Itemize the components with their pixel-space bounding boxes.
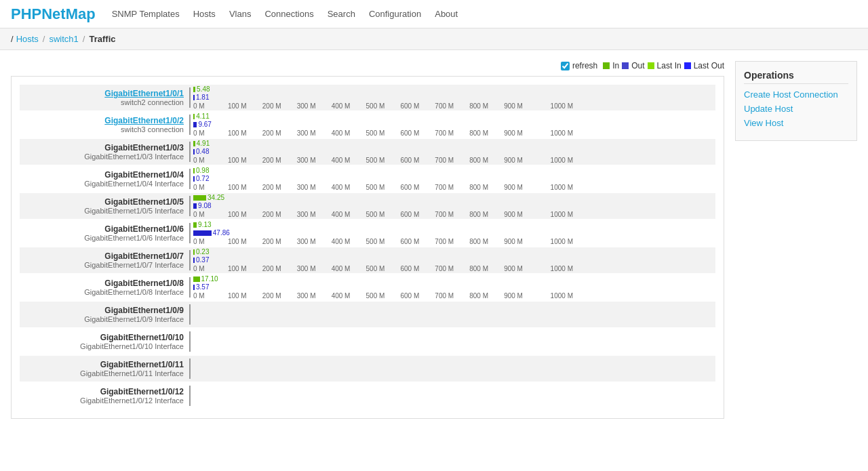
bar-out: [193, 258, 195, 263]
iface-name: GigabitEthernet1/0/8: [20, 279, 184, 288]
scale-tick: 1000 M: [538, 292, 573, 300]
scale-tick: 900 M: [504, 184, 538, 191]
bar-value-out: 47.86: [213, 229, 230, 237]
bar-value-out: 9.08: [198, 202, 211, 209]
scale-tick: 800 M: [469, 157, 504, 164]
bar-in: [193, 114, 195, 119]
scale-tick: 200 M: [262, 184, 297, 191]
brand-logo[interactable]: PHPNetMap: [11, 5, 96, 23]
scale-tick: 600 M: [400, 265, 435, 272]
iface-desc: GigabitEthernet1/0/4 Interface: [20, 180, 184, 188]
scale-tick: 400 M: [332, 292, 366, 300]
scale-tick: 1000 M: [538, 238, 573, 245]
bar-area: 34.259.080 M100 M200 M300 M400 M500 M600…: [193, 194, 715, 218]
bar-area: 5.481.810 M100 M200 M300 M400 M500 M600 …: [193, 86, 715, 110]
iface-desc: GigabitEthernet1/0/10 Interface: [20, 342, 184, 350]
traffic-row: GigabitEthernet1/0/5GigabitEthernet1/0/5…: [20, 193, 715, 219]
iface-label: GigabitEthernet1/0/2switch3 connection: [20, 116, 189, 134]
scale-tick: 0 M: [193, 238, 228, 245]
ops-links: Create Host ConnectionUpdate HostView Ho…: [744, 89, 848, 128]
breadcrumb-link-hosts[interactable]: Hosts: [16, 34, 39, 44]
iface-label: GigabitEthernet1/0/3GigabitEthernet1/0/3…: [20, 143, 189, 161]
scale-tick: 200 M: [262, 102, 297, 110]
scale-tick: 100 M: [228, 265, 262, 272]
breadcrumb-link-switch1[interactable]: switch1: [49, 34, 78, 44]
scale-tick: 100 M: [228, 129, 262, 137]
scale-tick: 1000 M: [538, 102, 573, 110]
scale-tick: 500 M: [366, 238, 401, 245]
scale-tick: 600 M: [400, 292, 435, 300]
iface-desc: GigabitEthernet1/0/12 Interface: [20, 396, 184, 405]
scale-tick: 100 M: [228, 238, 262, 245]
bar-value-out: 0.48: [196, 148, 209, 155]
bar-separator: [189, 304, 191, 325]
scale-tick: 400 M: [332, 184, 366, 191]
scale-tick: 0 M: [193, 211, 228, 218]
nav-item-vlans[interactable]: Vlans: [229, 9, 252, 19]
iface-name-link[interactable]: GigabitEthernet1/0/1: [20, 89, 184, 98]
scale-tick: 900 M: [504, 238, 538, 245]
scale-tick: 300 M: [297, 102, 332, 110]
iface-label: GigabitEthernet1/0/12GigabitEthernet1/0/…: [20, 387, 189, 405]
scale-tick: 100 M: [228, 211, 262, 218]
scale-tick: 800 M: [469, 238, 504, 245]
nav-item-connections[interactable]: Connections: [264, 9, 313, 19]
ops-link-view-host[interactable]: View Host: [744, 118, 848, 128]
scale-tick: 900 M: [504, 292, 538, 300]
scale-tick: 200 M: [262, 211, 297, 218]
scale-tick: 300 M: [297, 211, 332, 218]
scale-tick: 900 M: [504, 211, 538, 218]
scale-tick: 700 M: [435, 157, 469, 164]
bar-out: [193, 95, 195, 100]
scale-tick: 700 M: [435, 184, 469, 191]
nav-item-snmp-templates[interactable]: SNMP Templates: [112, 9, 180, 19]
scale-tick: 900 M: [504, 102, 538, 110]
nav-item-hosts[interactable]: Hosts: [193, 9, 216, 19]
navbar: PHPNetMap SNMP TemplatesHostsVlansConnec…: [0, 0, 868, 28]
refresh-bar: refresh In Out Last In Last Out: [11, 61, 724, 70]
bar-separator: [189, 331, 191, 352]
bar-value-in: 5.48: [197, 85, 210, 93]
scale-tick: 0 M: [193, 129, 228, 137]
iface-name: GigabitEthernet1/0/12: [20, 387, 184, 396]
scale-tick: 600 M: [400, 157, 435, 164]
scale-tick: 200 M: [262, 157, 297, 164]
breadcrumb-sep-1: /: [43, 34, 45, 44]
bar-in: [193, 249, 195, 255]
scale-tick: 600 M: [400, 184, 435, 191]
traffic-row: GigabitEthernet1/0/7GigabitEthernet1/0/7…: [20, 247, 715, 273]
scale-tick: 200 M: [262, 265, 297, 272]
scale-tick: 600 M: [400, 102, 435, 110]
scale-tick: 1000 M: [538, 184, 573, 191]
nav-item-about[interactable]: About: [435, 9, 458, 19]
scale-tick: 300 M: [297, 129, 332, 137]
refresh-checkbox-label[interactable]: refresh: [561, 61, 597, 70]
iface-label: GigabitEthernet1/0/10GigabitEthernet1/0/…: [20, 333, 189, 350]
scale-tick: 300 M: [297, 292, 332, 300]
iface-desc: GigabitEthernet1/0/9 Interface: [20, 315, 184, 323]
traffic-row: GigabitEthernet1/0/4GigabitEthernet1/0/4…: [20, 166, 715, 192]
scale-tick: 400 M: [332, 265, 366, 272]
bar-area: 9.1347.860 M100 M200 M300 M400 M500 M600…: [193, 222, 715, 245]
scale-tick: 500 M: [366, 102, 401, 110]
bar-value-in: 17.10: [201, 275, 218, 283]
scale-tick: 1000 M: [538, 157, 573, 164]
iface-name: GigabitEthernet1/0/7: [20, 251, 184, 261]
scale-tick: 100 M: [228, 292, 262, 300]
ops-link-update-host[interactable]: Update Host: [744, 104, 848, 114]
scale-tick: 400 M: [332, 238, 366, 245]
legend-out-box: [622, 62, 629, 69]
bar-value-in: 4.11: [196, 112, 209, 120]
iface-label: GigabitEthernet1/0/11GigabitEthernet1/0/…: [20, 360, 189, 377]
bar-in: [193, 141, 195, 146]
breadcrumb-sep-2: /: [83, 34, 85, 44]
ops-link-create-host-connection[interactable]: Create Host Connection: [744, 89, 848, 100]
scale-tick: 300 M: [297, 157, 332, 164]
bar-separator: [189, 386, 191, 406]
nav-item-configuration[interactable]: Configuration: [369, 9, 421, 19]
traffic-row: GigabitEthernet1/0/10GigabitEthernet1/0/…: [20, 329, 715, 354]
refresh-checkbox[interactable]: [561, 62, 570, 70]
scale-tick: 300 M: [297, 184, 332, 191]
nav-item-search[interactable]: Search: [328, 9, 355, 19]
iface-name-link[interactable]: GigabitEthernet1/0/2: [20, 116, 184, 125]
